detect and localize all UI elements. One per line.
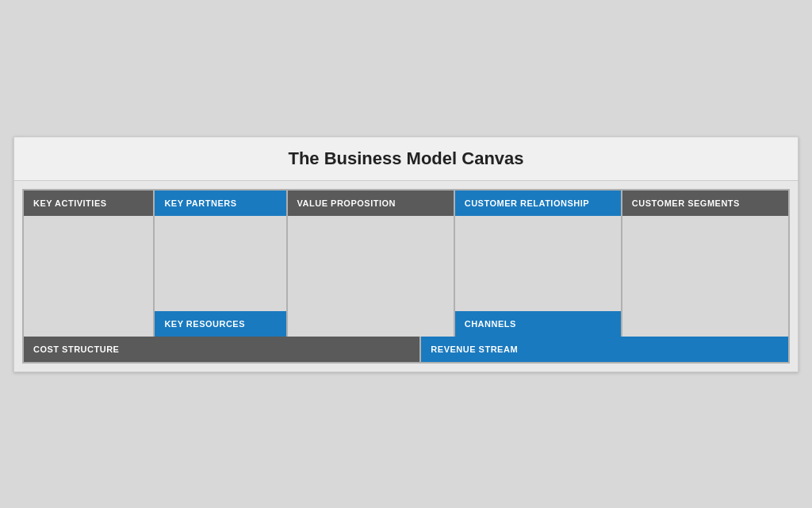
key-resources-header: KEY RESOURCES xyxy=(155,311,285,337)
canvas-wrapper: The Business Model Canvas KEY ACTIVITIES… xyxy=(13,137,799,372)
value-proposition-col: VALUE PROPOSITION xyxy=(288,189,455,338)
channels-header: CHANNELS xyxy=(455,311,621,337)
customer-segments-col: CUSTOMER SEGMENTS xyxy=(622,189,790,338)
value-proposition-header: VALUE PROPOSITION xyxy=(288,190,454,216)
revenue-stream-header: REVENUE STREAM xyxy=(421,337,788,362)
customer-relationship-header: CUSTOMER RELATIONSHIP xyxy=(455,190,621,216)
title-bar: The Business Model Canvas xyxy=(14,137,798,181)
canvas-grid: KEY ACTIVITIES KEY PARTNERS KEY RESOURCE… xyxy=(14,181,798,371)
channels-section: CHANNELS xyxy=(455,311,621,337)
customer-relationship-body xyxy=(455,216,621,311)
cr-channels-col: CUSTOMER RELATIONSHIP CHANNELS xyxy=(455,189,622,338)
key-partners-col: KEY PARTNERS KEY RESOURCES xyxy=(155,189,287,338)
key-partners-body-top xyxy=(155,216,285,311)
top-section: KEY ACTIVITIES KEY PARTNERS KEY RESOURCE… xyxy=(22,189,790,338)
key-partners-header: KEY PARTNERS xyxy=(155,190,285,216)
key-activities-body xyxy=(24,216,153,337)
cost-structure-header: COST STRUCTURE xyxy=(24,337,419,362)
key-activities-header: KEY ACTIVITIES xyxy=(24,190,153,216)
customer-segments-body xyxy=(622,216,788,337)
customer-relationship-section: CUSTOMER RELATIONSHIP xyxy=(455,190,621,311)
revenue-stream-col: REVENUE STREAM xyxy=(421,337,790,364)
key-activities-col: KEY ACTIVITIES xyxy=(22,189,155,338)
cost-structure-col: COST STRUCTURE xyxy=(22,337,421,364)
value-proposition-body xyxy=(288,216,454,337)
customer-segments-header: CUSTOMER SEGMENTS xyxy=(622,190,788,216)
page-title: The Business Model Canvas xyxy=(22,148,790,169)
bottom-section: COST STRUCTURE REVENUE STREAM xyxy=(22,337,790,364)
